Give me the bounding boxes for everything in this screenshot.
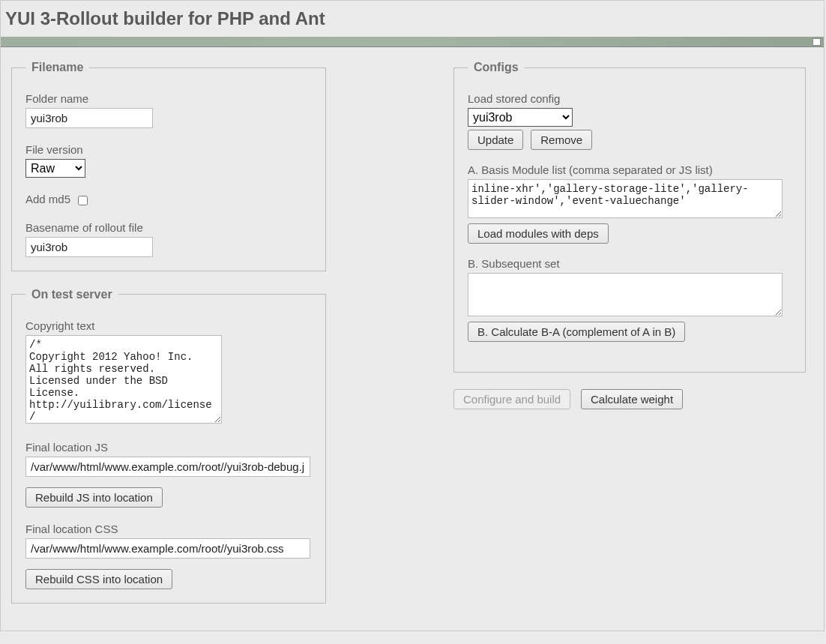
configs-fieldset: Configs Load stored config yui3rob Updat…: [453, 61, 806, 373]
final-js-input[interactable]: [25, 457, 310, 477]
update-button[interactable]: Update: [468, 130, 523, 150]
load-config-select[interactable]: yui3rob: [468, 108, 573, 127]
configs-legend: Configs: [468, 61, 525, 74]
file-version-select[interactable]: Raw: [25, 159, 85, 178]
testserver-legend: On test server: [25, 288, 118, 301]
calc-complement-button[interactable]: B. Calculate B-A (complement of A in B): [468, 322, 685, 342]
file-version-label: File version: [25, 143, 312, 156]
configure-build-button[interactable]: Configure and build: [453, 389, 570, 409]
copyright-label: Copyright text: [25, 319, 312, 332]
filename-legend: Filename: [25, 61, 89, 74]
subset-textarea[interactable]: [468, 273, 783, 316]
rebuild-js-button[interactable]: Rebuild JS into location: [25, 487, 163, 508]
folder-name-label: Folder name: [25, 92, 312, 105]
basename-input[interactable]: [25, 237, 153, 257]
rebuild-css-button[interactable]: Rebuild CSS into location: [25, 569, 172, 589]
basis-label: A. Basis Module list (comma separated or…: [468, 163, 792, 176]
testserver-fieldset: On test server Copyright text /* Copyrig…: [11, 288, 326, 604]
remove-button[interactable]: Remove: [531, 130, 592, 150]
app-frame: YUI 3-Rollout builder for PHP and Ant Fi…: [0, 0, 825, 631]
md5-label: Add md5: [25, 193, 70, 205]
panel-toggle-icon[interactable]: [813, 38, 821, 46]
header-band: [1, 37, 824, 47]
basis-textarea[interactable]: inline-xhr','gallery-storage-lite','gall…: [468, 179, 783, 218]
final-css-label: Final location CSS: [25, 523, 312, 535]
filename-fieldset: Filename Folder name File version Raw Ad…: [11, 61, 326, 271]
final-js-label: Final location JS: [25, 441, 312, 454]
copyright-textarea[interactable]: /* Copyright 2012 Yahoo! Inc. All rights…: [25, 335, 222, 424]
folder-name-input[interactable]: [25, 108, 153, 128]
basename-label: Basename of rollout file: [25, 221, 312, 234]
load-deps-button[interactable]: Load modules with deps: [468, 223, 609, 244]
calculate-weight-button[interactable]: Calculate weight: [581, 389, 683, 409]
md5-checkbox[interactable]: [78, 196, 88, 205]
subset-label: B. Subsequent set: [468, 257, 792, 270]
final-css-input[interactable]: [25, 538, 310, 559]
page-title: YUI 3-Rollout builder for PHP and Ant: [1, 1, 824, 37]
load-config-label: Load stored config: [468, 92, 792, 105]
